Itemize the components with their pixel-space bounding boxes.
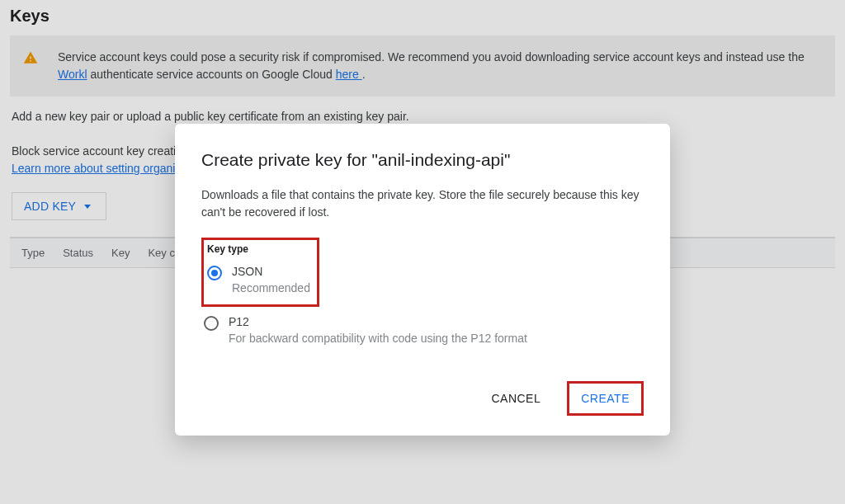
dialog-actions: CANCEL CREATE [201, 381, 644, 416]
cancel-button[interactable]: CANCEL [481, 385, 550, 412]
radio-p12-label: P12 [229, 315, 527, 328]
radio-json-input[interactable] [207, 266, 222, 280]
radio-p12[interactable]: P12 For backward compatibility with code… [201, 312, 644, 348]
radio-p12-input[interactable] [204, 316, 219, 331]
create-button[interactable]: CREATE [571, 385, 640, 412]
modal-scrim[interactable]: Create private key for "anil-indexing-ap… [0, 0, 845, 504]
radio-p12-sub: For backward compatibility with code usi… [229, 332, 527, 345]
highlight-box-create: CREATE [567, 381, 644, 416]
create-private-key-dialog: Create private key for "anil-indexing-ap… [175, 124, 670, 436]
key-type-group: Key type JSON Recommended P12 For backwa… [201, 238, 644, 348]
highlight-box-json: Key type JSON Recommended [201, 238, 319, 307]
radio-json-sub: Recommended [232, 281, 310, 294]
radio-json-label: JSON [232, 265, 310, 278]
radio-json[interactable]: JSON Recommended [207, 261, 310, 298]
key-type-label: Key type [207, 243, 310, 255]
dialog-description: Downloads a file that contains the priva… [201, 186, 644, 221]
dialog-title: Create private key for "anil-indexing-ap… [201, 150, 644, 170]
